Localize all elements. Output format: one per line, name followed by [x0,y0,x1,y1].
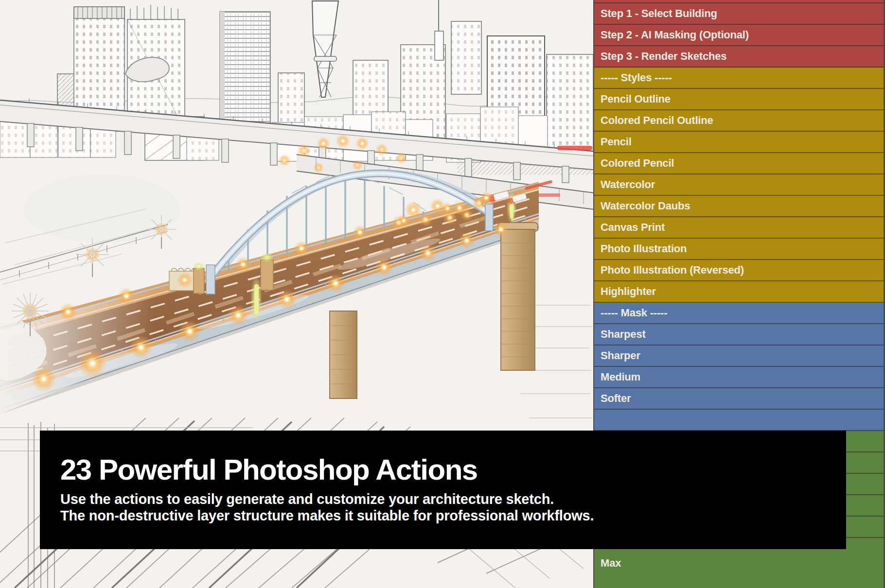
section-header-label: ----- Styles ----- [601,71,672,84]
action-row-colored-pencil-outline[interactable]: Colored Pencil Outline [594,110,884,132]
action-row-label: Step 3 - Render Sketches [601,50,726,63]
banner-subtitle-line-2: The non-destructive layer structure make… [60,507,846,524]
action-row-label: Sharpest [601,328,646,341]
action-row-label: Colored Pencil Outline [601,114,713,127]
action-row-pencil-outline[interactable]: Pencil Outline [594,89,884,110]
action-row-label: Highlighter [601,285,656,298]
action-row-hidden[interactable] [594,410,884,431]
action-row-softer[interactable]: Softer [594,388,884,410]
action-row-step-1[interactable]: Step 1 - Select Building [594,3,884,25]
action-row-label: Colored Pencil [601,157,674,170]
promo-banner: 23 Powerful Photoshop Actions Use the ac… [40,431,846,549]
section-header-label: ----- Mask ----- [601,307,667,319]
action-row-label: Step 2 - AI Masking (Optional) [601,29,749,41]
action-row-label: Canvas Print [601,221,665,234]
stone-pier [498,223,538,370]
action-row-sharpest[interactable]: Sharpest [594,324,884,346]
action-row-pencil[interactable]: Pencil [594,132,884,153]
action-row-label: Watercolor [601,178,655,191]
mid-stone-pier [330,311,357,398]
action-row-sharper[interactable]: Sharper [594,346,884,367]
action-row-label: Watercolor Daubs [601,200,690,212]
banner-title: 23 Powerful Photoshop Actions [60,455,846,484]
taillight-streak [557,146,592,150]
action-row-label: Max [601,557,621,570]
banner-subtitle-line-1: Use the actions to easily generate and c… [60,491,846,507]
action-row-label: Step 1 - Select Building [601,7,717,20]
promo-image: Step 1 - Select Building Step 2 - AI Mas… [0,0,885,588]
action-row-label: Photo Illustration (Reversed) [601,264,744,277]
action-row-photo-illustration-reversed[interactable]: Photo Illustration (Reversed) [594,260,884,281]
action-row-label: Sharper [601,349,640,362]
action-row-step-3[interactable]: Step 3 - Render Sketches [594,46,884,68]
section-header-mask: ----- Mask ----- [594,303,884,324]
action-row-partial[interactable] [594,0,884,3]
action-row-label: Pencil [601,136,632,148]
action-row-watercolor-daubs[interactable]: Watercolor Daubs [594,196,884,217]
action-row-watercolor[interactable]: Watercolor [594,174,884,196]
action-row-photo-illustration[interactable]: Photo Illustration [594,239,884,260]
action-row-medium[interactable]: Medium [594,367,884,388]
action-row-label: Softer [601,392,631,405]
action-row-label: Photo Illustration [601,242,687,255]
action-row-canvas-print[interactable]: Canvas Print [594,217,884,239]
action-row-step-2[interactable]: Step 2 - AI Masking (Optional) [594,25,884,46]
action-row-label: Medium [601,371,640,383]
action-row-label: Pencil Outline [601,93,671,105]
section-header-styles: ----- Styles ----- [594,68,884,89]
action-row-colored-pencil[interactable]: Colored Pencil [594,153,884,174]
action-row-highlighter[interactable]: Highlighter [594,281,884,303]
